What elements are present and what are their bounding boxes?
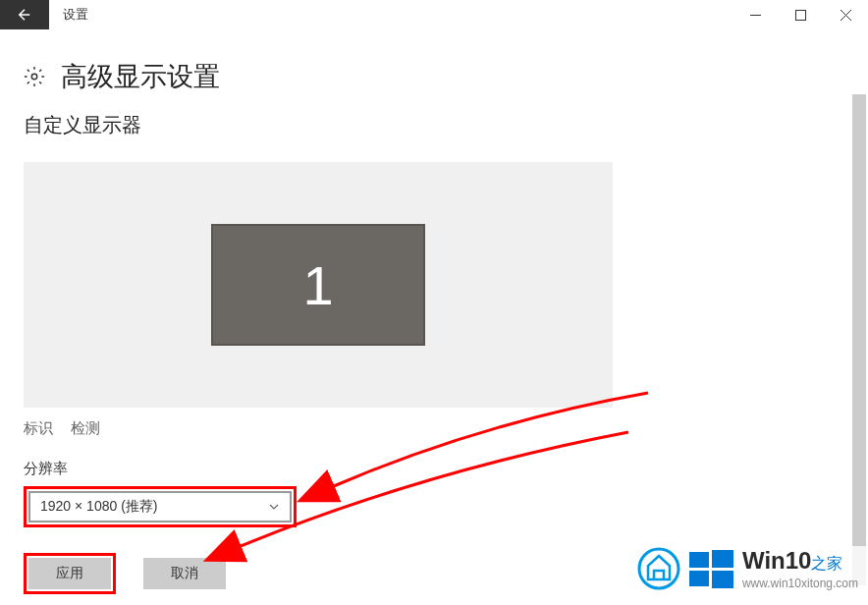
monitor-1[interactable]: 1 (211, 224, 425, 346)
watermark-brand: Win10 (742, 547, 811, 574)
svg-rect-10 (712, 571, 733, 588)
titlebar: 设置 (0, 0, 868, 29)
gear-icon (24, 66, 45, 87)
watermark: Win10之家 www.win10xitong.com (636, 546, 858, 591)
resolution-value: 1920 × 1080 (推荐) (40, 498, 268, 516)
svg-rect-8 (712, 550, 733, 568)
scrollbar[interactable] (852, 94, 866, 585)
page-title: 高级显示设置 (61, 59, 220, 94)
chevron-down-icon (268, 501, 280, 513)
apply-highlight: 应用 (24, 553, 116, 594)
windows-logo-icon (687, 546, 734, 591)
watermark-url: www.win10xitong.com (742, 577, 858, 590)
window-controls (732, 0, 868, 29)
resolution-highlight: 1920 × 1080 (推荐) (24, 486, 297, 527)
svg-rect-9 (689, 571, 709, 586)
maximize-button[interactable] (778, 0, 823, 29)
display-preview-area: 1 (24, 162, 613, 408)
cancel-label: 取消 (171, 565, 198, 582)
svg-point-4 (31, 74, 37, 80)
identify-link[interactable]: 标识 (24, 419, 53, 438)
resolution-dropdown[interactable]: 1920 × 1080 (推荐) (28, 491, 292, 522)
arrow-left-icon (16, 6, 33, 24)
apply-button[interactable]: 应用 (28, 558, 111, 589)
section-title-customize: 自定义显示器 (24, 112, 844, 138)
minimize-button[interactable] (732, 0, 778, 29)
scrollbar-thumb[interactable] (852, 94, 866, 546)
monitor-number: 1 (302, 253, 333, 317)
house-icon (636, 546, 681, 591)
apply-label: 应用 (56, 565, 83, 582)
watermark-suffix: 之家 (811, 555, 842, 572)
page-header: 高级显示设置 (0, 29, 868, 112)
back-button[interactable] (0, 0, 49, 29)
minimize-icon (750, 10, 761, 21)
close-button[interactable] (823, 0, 868, 29)
maximize-icon (795, 10, 806, 21)
app-title: 设置 (49, 6, 88, 24)
resolution-label: 分辨率 (24, 460, 844, 478)
detect-link[interactable]: 检测 (71, 419, 100, 438)
svg-rect-7 (689, 552, 709, 568)
close-icon (841, 10, 851, 21)
cancel-button[interactable]: 取消 (143, 558, 226, 589)
svg-rect-1 (795, 10, 805, 20)
